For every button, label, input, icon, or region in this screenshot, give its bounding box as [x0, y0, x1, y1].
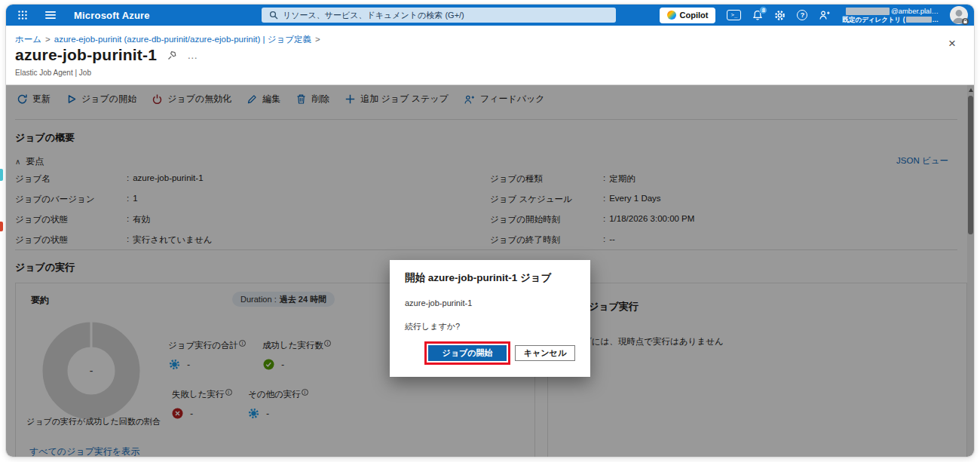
breadcrumb: ホーム>azure-ejob-purinit (azure-db-purinit… — [15, 34, 324, 45]
more-options-button[interactable]: … — [187, 49, 198, 61]
pin-icon[interactable] — [167, 50, 177, 60]
edge-artifact — [0, 169, 3, 181]
help-icon[interactable]: ? — [797, 10, 807, 20]
hamburger-menu-icon[interactable] — [45, 11, 56, 19]
search-input[interactable]: リソース、サービス、ドキュメントの検索 (G+/) — [262, 8, 616, 23]
feedback-icon[interactable] — [819, 10, 831, 20]
search-placeholder: リソース、サービス、ドキュメントの検索 (G+/) — [283, 10, 464, 21]
page-subtitle: Elastic Job Agent | Job — [15, 69, 91, 77]
account-directory: 既定のディレクトリ ( — [842, 16, 905, 24]
click-annotation-box: ジョブの開始 — [424, 341, 510, 365]
account-info[interactable]: @amber.plal… 既定のディレクトリ (… — [842, 7, 939, 24]
search-icon — [269, 11, 278, 20]
copilot-button[interactable]: Copilot — [660, 8, 716, 23]
waffle-menu-icon[interactable] — [18, 11, 27, 20]
azure-topbar: Microsoft Azure リソース、サービス、ドキュメントの検索 (G+/… — [6, 5, 974, 26]
lock-badge-icon — [962, 18, 969, 25]
portal-title[interactable]: Microsoft Azure — [74, 10, 150, 21]
dialog-start-job-button[interactable]: ジョブの開始 — [428, 345, 507, 361]
breadcrumb-home[interactable]: ホーム — [15, 35, 41, 44]
screenshot-root: Microsoft Azure リソース、サービス、ドキュメントの検索 (G+/… — [0, 0, 980, 462]
dialog-question: 続行しますか? — [405, 321, 460, 332]
redacted-directory — [906, 17, 932, 23]
redacted-username — [846, 8, 890, 15]
start-job-dialog: 開始 azure-job-purinit-1 ジョブ azure-job-pur… — [390, 260, 590, 377]
account-email: @amber.plal… — [891, 7, 939, 16]
browser-window: Microsoft Azure リソース、サービス、ドキュメントの検索 (G+/… — [6, 5, 974, 457]
notification-badge: 8 — [759, 6, 767, 14]
breadcrumb-parent[interactable]: azure-ejob-purinit (azure-db-purinit/azu… — [54, 35, 311, 44]
settings-gear-icon[interactable] — [774, 10, 786, 21]
dialog-title: 開始 azure-job-purinit-1 ジョブ — [405, 271, 551, 285]
cloud-shell-icon[interactable]: >_ — [727, 10, 741, 20]
notifications-icon[interactable]: 8 — [752, 10, 763, 20]
page-title: azure-job-purinit-1 — [15, 46, 157, 64]
copilot-label: Copilot — [680, 11, 709, 20]
edge-artifact — [0, 222, 3, 231]
avatar[interactable] — [950, 6, 968, 24]
dialog-job-name: azure-job-purinit-1 — [405, 298, 472, 307]
close-blade-icon[interactable]: × — [948, 37, 956, 50]
page-header: ホーム>azure-ejob-purinit (azure-db-purinit… — [6, 26, 974, 84]
copilot-icon — [667, 11, 676, 20]
dialog-cancel-button[interactable]: キャンセル — [515, 345, 575, 361]
